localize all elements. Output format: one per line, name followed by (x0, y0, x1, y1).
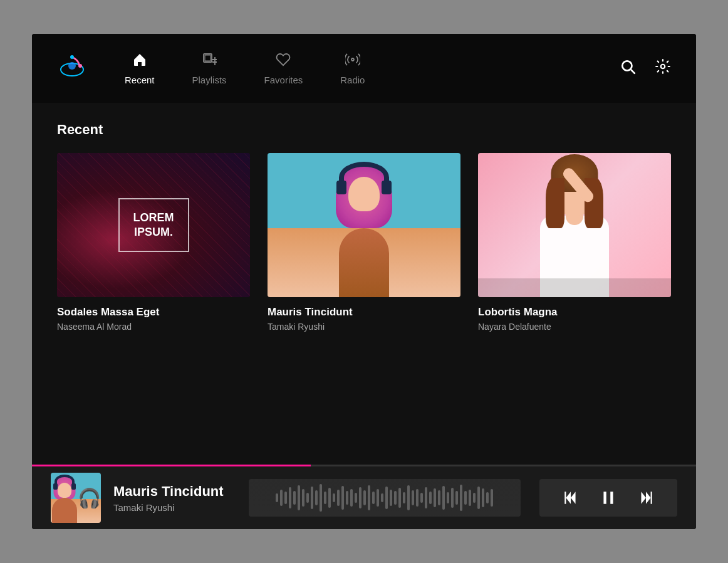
search-button[interactable] (620, 58, 636, 79)
main-content: Recent LOREMIPSUM. Sodales Massa Eget Na… (32, 103, 696, 465)
lorem-box: LOREMIPSUM. (118, 198, 189, 253)
card-title-mauris: Mauris Tincidunt (268, 306, 460, 318)
card-artist-mauris: Tamaki Ryushi (268, 322, 460, 332)
nav-item-favorites[interactable]: Favorites (264, 52, 303, 85)
waveform-bar (425, 487, 427, 509)
svg-point-3 (70, 55, 74, 59)
waveform-bar (464, 491, 467, 504)
card-artist-lobortis: Nayara Delafuente (478, 322, 671, 332)
waveform-bar (320, 484, 322, 511)
waveform-bar (289, 487, 291, 508)
waveform-bar (350, 489, 353, 507)
waveform-bar (416, 489, 419, 507)
waveform-bar (447, 492, 449, 503)
now-playing-artist: Tamaki Ryushi (113, 502, 224, 513)
waveform-bar (460, 485, 462, 511)
svg-line-8 (631, 69, 635, 73)
now-playing-bar: Mauris Tincidunt Tamaki Ryushi (32, 466, 696, 529)
svg-rect-5 (205, 55, 211, 61)
svg-point-9 (661, 64, 665, 68)
waveform-bar (381, 493, 383, 502)
waveform-bar (306, 493, 309, 503)
waveform-bar (438, 490, 440, 506)
prev-button[interactable] (558, 485, 583, 510)
waveform-bar (276, 493, 278, 502)
waveform-bar (412, 490, 414, 505)
now-playing-thumb-image (51, 473, 101, 523)
waveform-bar (403, 492, 405, 503)
waveform-bar (315, 490, 318, 505)
card-title-lobortis: Lobortis Magna (478, 306, 671, 318)
waveform-bar (355, 493, 357, 503)
waveform-bar (451, 488, 454, 508)
nav-playlists-label: Playlists (192, 75, 227, 85)
home-icon (132, 52, 147, 71)
waveform-bar (359, 487, 361, 508)
card-mauris[interactable]: Mauris Tincidunt Tamaki Ryushi (268, 153, 460, 332)
app-container: Recent Playlists (32, 34, 696, 529)
svg-point-6 (351, 58, 354, 61)
waveform-bar (363, 490, 366, 505)
app-logo (57, 51, 87, 87)
nav-item-recent[interactable]: Recent (125, 52, 155, 85)
settings-button[interactable] (655, 58, 671, 79)
svg-point-2 (78, 64, 82, 68)
nav-favorites-label: Favorites (264, 75, 303, 85)
waveform-bar (482, 488, 484, 508)
svg-marker-10 (571, 492, 576, 504)
nav-bar: Recent Playlists (32, 34, 696, 103)
nav-recent-label: Recent (125, 75, 155, 85)
waveform-bar (434, 488, 436, 507)
next-button[interactable] (633, 485, 658, 510)
waveform-bar (302, 489, 304, 507)
lorem-text: LOREMIPSUM. (133, 211, 174, 240)
waveform-bar (429, 492, 432, 504)
pause-button[interactable] (596, 485, 621, 510)
card-title-sodales: Sodales Massa Eget (57, 306, 250, 318)
waveform-bar (346, 491, 348, 505)
waveform-bar (298, 485, 300, 511)
nav-item-radio[interactable]: Radio (340, 52, 365, 85)
cards-row: LOREMIPSUM. Sodales Massa Eget Naseema A… (57, 153, 671, 332)
now-playing-title: Mauris Tincidunt (113, 483, 224, 500)
waveform-bar (398, 488, 401, 507)
svg-marker-11 (566, 492, 571, 504)
svg-point-1 (68, 62, 76, 70)
waveform-bar (333, 493, 335, 502)
card-sodales[interactable]: LOREMIPSUM. Sodales Massa Eget Naseema A… (57, 153, 250, 332)
waveform-bar (372, 492, 375, 503)
waveform-bar (486, 492, 489, 504)
card-lobortis[interactable]: Lobortis Magna Nayara Delafuente (478, 153, 671, 332)
waveform-bar (469, 490, 471, 506)
waveform-bar (390, 490, 392, 506)
waveform-bar (477, 487, 480, 509)
waveform-bar (394, 491, 397, 505)
waveform-bar (337, 490, 340, 506)
card-artist-sodales: Naseema Al Morad (57, 322, 250, 332)
radio-icon (345, 52, 360, 71)
svg-marker-16 (646, 492, 651, 504)
waveform-display (249, 479, 521, 517)
now-playing-thumbnail (51, 473, 101, 523)
waveform-bar (420, 493, 423, 502)
waveform-bar (473, 493, 476, 503)
playlist-icon (202, 52, 217, 71)
nav-items: Recent Playlists (125, 52, 620, 85)
svg-marker-15 (641, 492, 646, 504)
waveform-bar (385, 487, 388, 509)
waveform-bar (284, 492, 287, 503)
nav-right (620, 58, 671, 79)
logo-icon (57, 51, 87, 87)
svg-rect-17 (651, 492, 652, 504)
waveform-bar (324, 492, 326, 503)
section-title: Recent (57, 122, 671, 138)
waveform-bar (491, 489, 493, 507)
svg-rect-12 (564, 492, 566, 504)
nav-radio-label: Radio (340, 75, 365, 85)
waveform-bar (407, 485, 410, 510)
waveform-bar (311, 487, 313, 509)
waveform-bar (280, 490, 283, 506)
now-playing-info: Mauris Tincidunt Tamaki Ryushi (113, 483, 224, 513)
nav-item-playlists[interactable]: Playlists (192, 52, 227, 85)
waveform-bar (442, 486, 445, 509)
